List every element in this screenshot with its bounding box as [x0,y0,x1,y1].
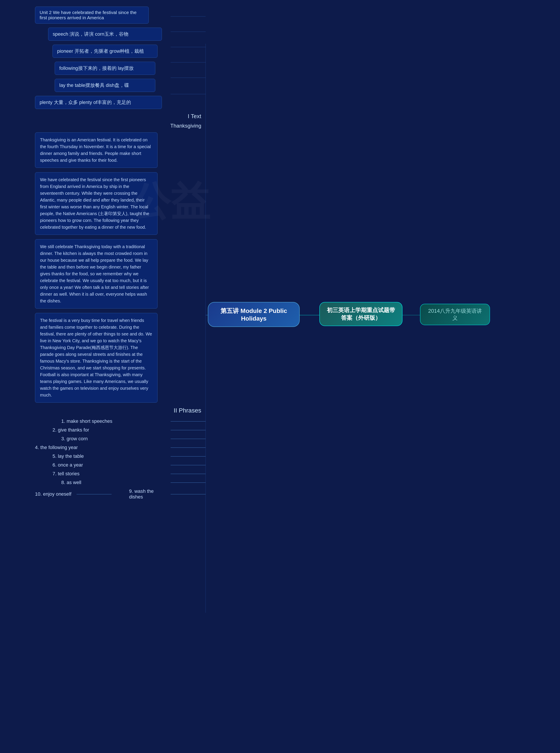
text-label: I Text [188,113,201,119]
phrase-item-2: 2. give thanks for [53,427,206,433]
unit-title-box: Unit 2 We have celebrated the festival s… [35,6,149,24]
phrase1-text: 1. make short speeches [61,418,169,424]
para2-text: We have celebrated the festival since th… [40,177,149,230]
pioneer-box: pioneer 开拓者，先驱者 grow种植，栽植 [53,45,158,58]
phrase8-line [171,482,206,483]
lay-table-box: lay the table摆放餐具 dish盘，碟 [55,79,155,92]
phrase6-text: 6. once a year [53,462,169,468]
phrase3-line [171,439,206,439]
speech-box: speech 演说，讲演 corn玉米，谷物 [48,27,162,41]
following-text: following接下来的，接着的 lay摆放 [59,65,134,71]
phrases-section-label: II Phrases [35,407,206,414]
right-node-1-label: 初三英语上学期重点试题带答案（外研版） [327,307,395,321]
phrases-list: 1. make short speeches 2. give thanks fo… [35,418,206,503]
right-node-2-label: 2014八升九年级英语讲义 [428,308,482,321]
phrase7-line [171,474,206,474]
phrase7-text: 7. tell stories [53,471,169,477]
speech-text: speech 演说，讲演 corn玉米，谷物 [53,31,128,37]
phrase-item-8: 8. as well [61,480,206,486]
phrase1-line [171,421,206,421]
phrase-item-4: 4. the following year [35,445,206,450]
phrase-item-6: 6. once a year [53,462,206,468]
phrase-item-7: 7. tell stories [53,471,206,477]
phrase-row-9-10: 10. enjoy oneself 9. wash the dishes [35,489,206,503]
phrase-item-5: 5. lay the table [53,453,206,459]
para1-text: Thanksgiving is an American festival. It… [40,137,151,163]
para2-box: We have celebrated the festival since th… [35,172,158,235]
plenty-text: plenty 大量，众多 plenty of丰富的，充足的 [40,100,131,105]
phrase3-text: 3. grow corn [61,436,169,442]
thanksgiving-label: Thanksgiving [171,123,201,129]
following-box: following接下来的，接着的 lay摆放 [55,62,155,75]
para3-text: We still celebrate Thanksgiving today wi… [40,244,149,303]
para1-box: Thanksgiving is an American festival. It… [35,132,158,168]
text-section-label: I Text [35,113,206,120]
text-paragraphs: Thanksgiving is an American festival. It… [35,132,206,403]
plenty-box: plenty 大量，众多 plenty of丰富的，充足的 [35,96,162,109]
phrases-label: II Phrases [174,407,201,414]
para4-text: The festival is a very busy time for tra… [40,318,152,397]
phrase2-text: 2. give thanks for [53,427,169,433]
phrase-item-10: 10. enjoy oneself [35,489,112,500]
mindmap-container: Unit 2 We have celebrated the festival s… [0,0,560,753]
phrase4-line [171,448,206,448]
para3-box: We still celebrate Thanksgiving today wi… [35,239,158,309]
pioneer-text: pioneer 开拓者，先驱者 grow种植，栽植 [57,48,144,54]
phrase9-text: 9. wash the dishes [129,489,169,500]
unit-title-text: Unit 2 We have celebrated the festival s… [40,10,137,20]
phrase10-line [77,494,112,494]
lay-table-text: lay the table摆放餐具 dish盘，碟 [59,82,129,88]
phrase2-line [171,430,206,430]
center-node-label: 第五讲 Module 2 Public Holidays [220,308,287,322]
phrase-item-1: 1. make short speeches [61,418,206,424]
phrase8-text: 8. as well [61,480,169,486]
vocab-section: Unit 2 We have celebrated the festival s… [35,6,206,109]
phrase9-line [171,494,206,494]
phrase-item-3: 3. grow corn [61,436,206,442]
phrase4-text: 4. the following year [35,445,169,450]
phrase5-text: 5. lay the table [53,453,169,459]
right-node-1[interactable]: 初三英语上学期重点试题带答案（外研版） [319,302,402,326]
center-node[interactable]: 第五讲 Module 2 Public Holidays [208,302,300,327]
phrase10-text: 10. enjoy oneself [35,491,75,497]
right-node-2[interactable]: 2014八升九年级英语讲义 [420,304,490,325]
phrase-item-9: 9. wash the dishes [129,489,206,500]
thanksgiving-label-container: Thanksgiving [35,123,206,129]
para4-box: The festival is a very busy time for tra… [35,313,158,403]
left-panel: Unit 2 We have celebrated the festival s… [35,6,206,506]
